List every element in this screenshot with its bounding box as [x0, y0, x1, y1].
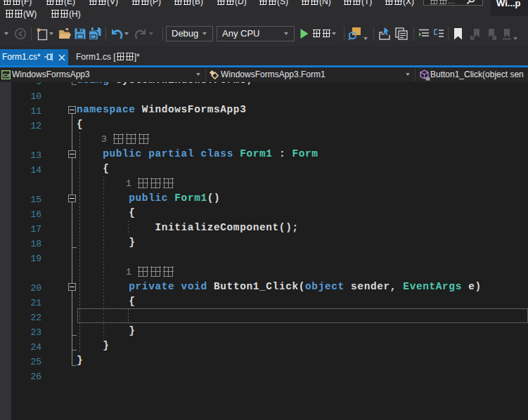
- svg-text:C#: C#: [3, 72, 11, 79]
